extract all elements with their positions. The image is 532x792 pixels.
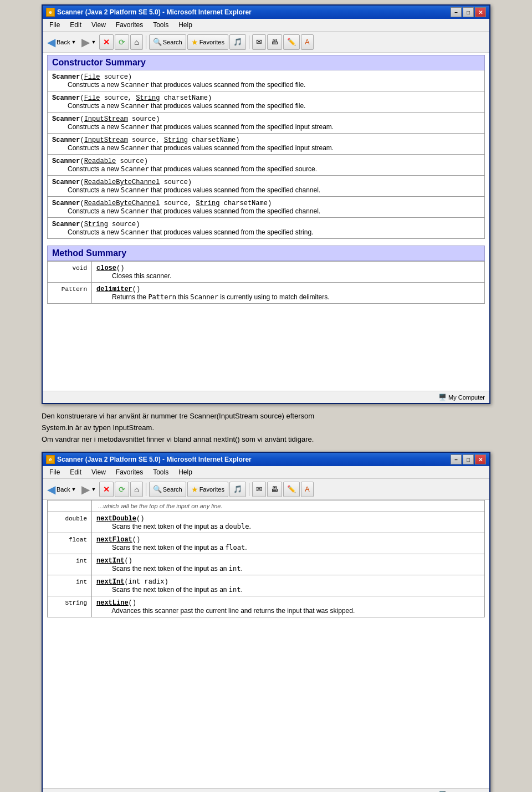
favorites-button-1[interactable]: ★ Favorites [187,34,228,50]
search-button-2[interactable]: 🔍 Search [149,482,186,497]
refresh-button-1[interactable]: ⟳ [115,34,129,50]
title-bar-2: e Scanner (Java 2 Platform SE 5.0) - Mic… [43,453,489,466]
table-row: String nextLine() Advances this scanner … [48,596,485,617]
middle-text-line1: Den konstruerare vi har använt är nummer… [42,411,490,422]
table-row: double nextDouble() Scans the next token… [48,512,485,533]
title-bar-1: e Scanner (Java 2 Platform SE 5.0) - Mic… [43,6,489,19]
content-area-1: Constructor Summary Scanner(File source)… [43,53,489,391]
java-doc-1: Constructor Summary Scanner(File source)… [43,55,489,308]
status-bar-2: 🖥️ My Computer [43,788,489,792]
menu-favorites[interactable]: Favorites [111,20,147,30]
table-row: void close() Closes this scanner. [48,262,485,283]
edit-button-1[interactable]: ✏️ [283,34,300,50]
table-row: int nextInt(int radix) Scans the next to… [48,575,485,596]
method-table: void close() Closes this scanner. Patter… [47,261,485,304]
table-row: Scanner(ReadableByteChannel source, Stri… [48,197,485,218]
back-button-1[interactable]: ◀ Back ▼ [45,34,78,50]
table-cell: Scanner(InputStream source) Constructs a… [48,113,485,134]
table-row: ...which will be the top of the input on… [48,500,485,512]
back-button-2[interactable]: ◀ Back ▼ [45,482,78,497]
menu-view[interactable]: View [87,20,110,30]
method-cell: delimiter() Returns the Pattern this Sca… [92,283,485,304]
menu-file-2[interactable]: File [45,467,64,477]
title-bar-left: e Scanner (Java 2 Platform SE 5.0) - Mic… [46,8,252,17]
table-row: Scanner(Readable source) Constructs a ne… [48,155,485,176]
table-row: Scanner(String source) Constructs a new … [48,218,485,239]
toolbar-sep-2 [249,35,249,49]
method-cell: close() Closes this scanner. [92,262,485,283]
menu-help[interactable]: Help [174,20,197,30]
minimize-button-1[interactable]: – [451,7,462,17]
status-item-1: 🖥️ My Computer [438,394,485,401]
print-button-1[interactable]: 🖶 [267,34,282,50]
menu-tools-2[interactable]: Tools [149,467,173,477]
return-type-cell: double [48,512,92,533]
window-controls-2[interactable]: – □ ✕ [451,454,486,464]
method-cell: nextDouble() Scans the next token of the… [92,512,485,533]
discuss-button-2[interactable]: A [301,482,314,497]
menu-help-2[interactable]: Help [174,467,197,477]
stop-button-2[interactable]: ✕ [99,482,114,497]
toolbar-1: ◀ Back ▼ ▶ ▼ ✕ ⟳ ⌂ 🔍 Search ★ Favorites … [43,32,489,53]
window-title-2: Scanner (Java 2 Platform SE 5.0) - Micro… [57,456,252,463]
table-row: Scanner(File source, String charsetName)… [48,91,485,113]
table-cell: Scanner(String source) Constructs a new … [48,218,485,239]
close-button-2[interactable]: ✕ [475,454,486,464]
edit-button-2[interactable]: ✏️ [283,482,300,497]
window-controls-1[interactable]: – □ ✕ [451,7,486,17]
forward-button-1[interactable]: ▶ ▼ [79,34,98,50]
method-table-2: ...which will be the top of the input on… [47,500,485,617]
media-button-2[interactable]: 🎵 [229,482,246,497]
return-type-cell: int [48,554,92,575]
table-cell: Scanner(File source) Constructs a new Sc… [48,70,485,91]
maximize-button-2[interactable]: □ [463,454,474,464]
mail-button-2[interactable]: ✉ [252,482,266,497]
table-row: Scanner(InputStream source) Constructs a… [48,113,485,134]
favorites-button-2[interactable]: ★ Favorites [187,482,228,497]
home-button-1[interactable]: ⌂ [130,34,142,50]
mail-button-1[interactable]: ✉ [252,34,266,50]
table-row: int nextInt() Scans the next token of th… [48,554,485,575]
discuss-button-1[interactable]: A [301,34,314,50]
table-cell: Scanner(File source, String charsetName)… [48,91,485,113]
table-row: Scanner(ReadableByteChannel source) Cons… [48,176,485,197]
table-cell: Scanner(ReadableByteChannel source, Stri… [48,197,485,218]
minimize-button-2[interactable]: – [451,454,462,464]
stop-button-1[interactable]: ✕ [99,34,114,50]
menu-tools[interactable]: Tools [149,20,173,30]
browser-window-2: e Scanner (Java 2 Platform SE 5.0) - Mic… [42,452,490,792]
browser-window-1: e Scanner (Java 2 Platform SE 5.0) - Mic… [42,4,490,404]
menu-view-2[interactable]: View [87,467,110,477]
menu-edit[interactable]: Edit [65,20,86,30]
menu-bar-1: File Edit View Favorites Tools Help [43,19,489,32]
status-bar-1: 🖥️ My Computer [43,391,489,403]
method-cell: nextLine() Advances this scanner past th… [92,596,485,617]
method-cell: nextInt(int radix) Scans the next token … [92,575,485,596]
home-button-2[interactable]: ⌂ [130,482,142,497]
return-type-cell: float [48,533,92,554]
refresh-button-2[interactable]: ⟳ [115,482,129,497]
java-doc-2: ...which will be the top of the input on… [43,500,489,622]
menu-file[interactable]: File [45,20,64,30]
search-button-1[interactable]: 🔍 Search [149,34,186,50]
toolbar-sep-4 [249,483,249,496]
method-cell: nextFloat() Scans the next token of the … [92,533,485,554]
forward-button-2[interactable]: ▶ ▼ [79,482,98,497]
print-button-2[interactable]: 🖶 [267,482,282,497]
toolbar-2: ◀ Back ▼ ▶ ▼ ✕ ⟳ ⌂ 🔍 Search ★ Favorites … [43,479,489,500]
constructor-summary-header: Constructor Summary [47,55,485,70]
middle-text-section: Den konstruerare vi har använt är nummer… [42,411,490,445]
table-row: Scanner(File source) Constructs a new Sc… [48,70,485,91]
return-type-cell: String [48,596,92,617]
menu-favorites-2[interactable]: Favorites [111,467,147,477]
maximize-button-1[interactable]: □ [463,7,474,17]
browser-icon: e [46,8,55,17]
menu-edit-2[interactable]: Edit [65,467,86,477]
table-cell: Scanner(ReadableByteChannel source) Cons… [48,176,485,197]
table-cell: Scanner(InputStream source, String chars… [48,134,485,155]
media-button-1[interactable]: 🎵 [229,34,246,50]
close-button-1[interactable]: ✕ [475,7,486,17]
return-type-cell [48,500,92,512]
table-row: Pattern delimiter() Returns the Pattern … [48,283,485,304]
return-type-cell: int [48,575,92,596]
